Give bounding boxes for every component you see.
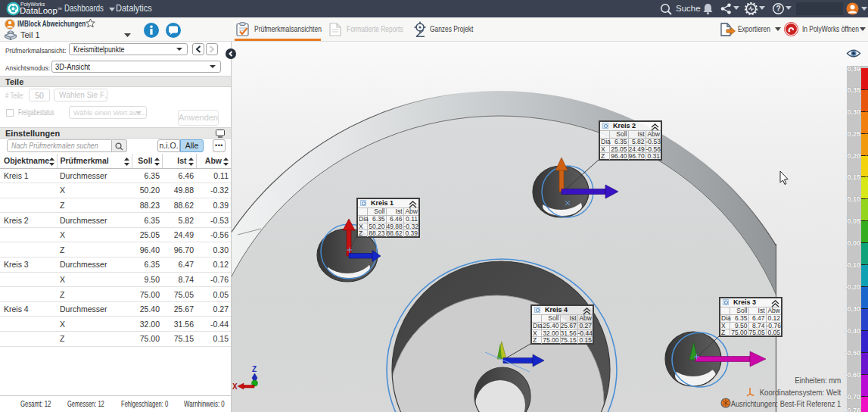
svg-text:?: ? <box>776 5 780 13</box>
svg-text:Z: Z <box>252 365 257 373</box>
svg-text:X: X <box>232 382 238 391</box>
